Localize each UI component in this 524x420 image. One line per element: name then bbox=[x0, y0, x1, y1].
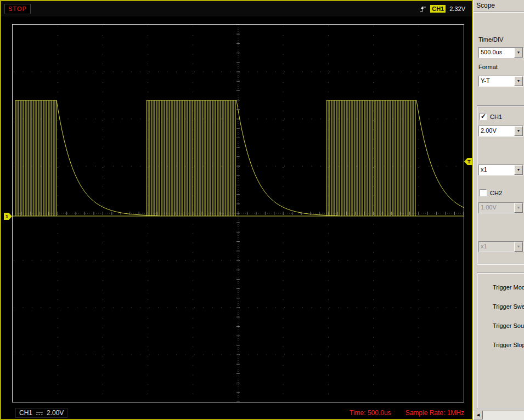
scope-svg bbox=[13, 25, 464, 402]
ch2-checkbox[interactable] bbox=[480, 189, 487, 196]
bottom-status-bar: CH1 2.00V Time: 500.0us Sample Rate: 1MH… bbox=[1, 407, 472, 419]
chevron-down-icon[interactable]: ▼ bbox=[514, 126, 523, 136]
channel-readout: CH1 bbox=[19, 409, 32, 417]
ch2-volts-combobox: 1.00V ▼ bbox=[478, 202, 523, 213]
chevron-down-icon: ▼ bbox=[514, 242, 523, 252]
trigger-groupbox bbox=[477, 273, 524, 408]
time-readout: Time: 500.0us bbox=[350, 409, 391, 417]
trigger-edge-icon bbox=[420, 5, 426, 13]
sample-rate-readout: Sample Rate: 1MHz bbox=[405, 409, 464, 417]
format-label: Format bbox=[478, 64, 498, 70]
trigger-channel-badge: CH1 bbox=[430, 5, 446, 13]
ch2-label: CH2 bbox=[490, 190, 502, 196]
scroll-left-button[interactable]: ◀ bbox=[474, 411, 483, 419]
channel-readout-group: CH1 2.00V bbox=[15, 408, 67, 418]
panel-divider bbox=[474, 12, 524, 12]
ch2-probe-combobox: x1 ▼ bbox=[478, 241, 523, 252]
scroll-left-icon: ◀ bbox=[477, 413, 480, 417]
format-combobox[interactable]: Y-T ▼ bbox=[478, 76, 523, 87]
ch1-label: CH1 bbox=[490, 113, 502, 120]
trigger-status-group: CH1 2.32V bbox=[420, 5, 465, 13]
chevron-down-icon[interactable]: ▼ bbox=[514, 76, 523, 86]
chevron-down-icon[interactable]: ▼ bbox=[514, 165, 523, 175]
trigger-level-marker-label: T bbox=[467, 159, 471, 164]
time-div-label: Time/DIV bbox=[478, 36, 503, 43]
ch1-checkbox-row[interactable]: CH1 bbox=[480, 113, 502, 120]
volts-div-readout: 2.00V bbox=[47, 409, 64, 417]
panel-horizontal-scrollbar[interactable]: ◀ bbox=[474, 410, 524, 420]
trigger-sweep-label: Trigger Sweep bbox=[493, 303, 524, 310]
ch1-volts-combobox[interactable]: 2.00V ▼ bbox=[478, 126, 523, 137]
trigger-slope-label: Trigger Slope bbox=[493, 342, 524, 348]
stop-button[interactable]: STOP bbox=[4, 4, 31, 14]
ch1-ground-marker[interactable]: 1 bbox=[4, 213, 13, 220]
time-div-combobox[interactable]: 500.0us ▼ bbox=[478, 47, 523, 58]
chevron-down-icon: ▼ bbox=[514, 203, 523, 213]
ch2-checkbox-row[interactable]: CH2 bbox=[480, 189, 502, 196]
oscilloscope-area: STOP CH1 2.32V 1 T CH1 bbox=[0, 0, 473, 420]
top-status-bar: STOP CH1 2.32V bbox=[1, 1, 472, 16]
dc-coupling-icon bbox=[35, 411, 44, 416]
trigger-source-label: Trigger Source bbox=[493, 322, 524, 329]
format-value: Y-T bbox=[481, 77, 490, 84]
trigger-level-readout: 2.32V bbox=[449, 5, 465, 12]
trigger-mode-label: Trigger Mode bbox=[493, 284, 524, 291]
ch1-ground-marker-label: 1 bbox=[5, 214, 8, 219]
ch2-probe-value: x1 bbox=[481, 243, 487, 249]
trigger-level-marker[interactable]: T bbox=[464, 158, 472, 165]
ch1-probe-combobox[interactable]: x1 ▼ bbox=[478, 164, 523, 175]
panel-title: Scope bbox=[476, 2, 495, 9]
ch1-checkbox[interactable] bbox=[480, 113, 487, 120]
scope-control-panel: Scope Time/DIV 500.0us ▼ Format Y-T ▼ CH… bbox=[473, 0, 524, 420]
timebase-readout-group: Time: 500.0us Sample Rate: 1MHz bbox=[350, 409, 464, 417]
chevron-down-icon[interactable]: ▼ bbox=[514, 48, 523, 58]
ch1-probe-value: x1 bbox=[481, 166, 487, 173]
ch1-volts-value: 2.00V bbox=[481, 127, 497, 134]
time-div-value: 500.0us bbox=[481, 49, 502, 55]
scope-display: 1 T bbox=[12, 24, 464, 402]
ch2-volts-value: 1.00V bbox=[481, 204, 497, 211]
